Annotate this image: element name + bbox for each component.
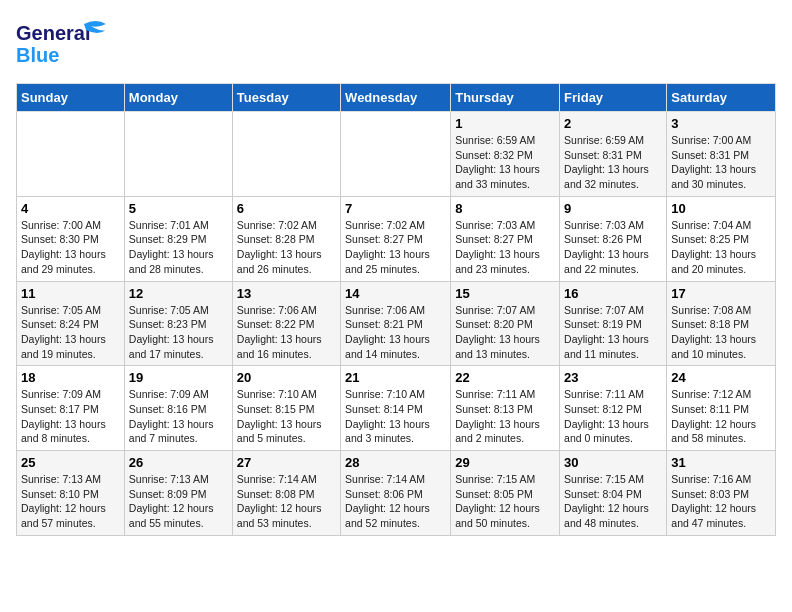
weekday-monday: Monday bbox=[124, 84, 232, 112]
day-number: 20 bbox=[237, 370, 336, 385]
calendar-cell: 8Sunrise: 7:03 AM Sunset: 8:27 PM Daylig… bbox=[451, 196, 560, 281]
calendar-cell bbox=[232, 112, 340, 197]
calendar-cell: 27Sunrise: 7:14 AM Sunset: 8:08 PM Dayli… bbox=[232, 451, 340, 536]
calendar-cell bbox=[17, 112, 125, 197]
day-info: Sunrise: 7:08 AM Sunset: 8:18 PM Dayligh… bbox=[671, 303, 771, 362]
calendar-cell: 15Sunrise: 7:07 AM Sunset: 8:20 PM Dayli… bbox=[451, 281, 560, 366]
calendar-cell bbox=[341, 112, 451, 197]
day-number: 5 bbox=[129, 201, 228, 216]
calendar-week-4: 25Sunrise: 7:13 AM Sunset: 8:10 PM Dayli… bbox=[17, 451, 776, 536]
calendar-cell: 5Sunrise: 7:01 AM Sunset: 8:29 PM Daylig… bbox=[124, 196, 232, 281]
day-number: 12 bbox=[129, 286, 228, 301]
day-number: 29 bbox=[455, 455, 555, 470]
day-info: Sunrise: 7:07 AM Sunset: 8:19 PM Dayligh… bbox=[564, 303, 662, 362]
day-info: Sunrise: 7:05 AM Sunset: 8:23 PM Dayligh… bbox=[129, 303, 228, 362]
calendar-cell: 6Sunrise: 7:02 AM Sunset: 8:28 PM Daylig… bbox=[232, 196, 340, 281]
calendar-cell: 2Sunrise: 6:59 AM Sunset: 8:31 PM Daylig… bbox=[560, 112, 667, 197]
day-info: Sunrise: 7:10 AM Sunset: 8:14 PM Dayligh… bbox=[345, 387, 446, 446]
day-info: Sunrise: 7:10 AM Sunset: 8:15 PM Dayligh… bbox=[237, 387, 336, 446]
day-info: Sunrise: 6:59 AM Sunset: 8:31 PM Dayligh… bbox=[564, 133, 662, 192]
day-info: Sunrise: 6:59 AM Sunset: 8:32 PM Dayligh… bbox=[455, 133, 555, 192]
day-info: Sunrise: 7:06 AM Sunset: 8:21 PM Dayligh… bbox=[345, 303, 446, 362]
calendar-cell: 12Sunrise: 7:05 AM Sunset: 8:23 PM Dayli… bbox=[124, 281, 232, 366]
day-number: 24 bbox=[671, 370, 771, 385]
calendar-cell: 14Sunrise: 7:06 AM Sunset: 8:21 PM Dayli… bbox=[341, 281, 451, 366]
day-info: Sunrise: 7:13 AM Sunset: 8:09 PM Dayligh… bbox=[129, 472, 228, 531]
day-info: Sunrise: 7:07 AM Sunset: 8:20 PM Dayligh… bbox=[455, 303, 555, 362]
day-number: 15 bbox=[455, 286, 555, 301]
svg-text:General: General bbox=[16, 22, 90, 44]
calendar-cell: 23Sunrise: 7:11 AM Sunset: 8:12 PM Dayli… bbox=[560, 366, 667, 451]
day-info: Sunrise: 7:15 AM Sunset: 8:05 PM Dayligh… bbox=[455, 472, 555, 531]
day-number: 2 bbox=[564, 116, 662, 131]
day-info: Sunrise: 7:00 AM Sunset: 8:31 PM Dayligh… bbox=[671, 133, 771, 192]
calendar-cell: 22Sunrise: 7:11 AM Sunset: 8:13 PM Dayli… bbox=[451, 366, 560, 451]
day-number: 9 bbox=[564, 201, 662, 216]
day-info: Sunrise: 7:15 AM Sunset: 8:04 PM Dayligh… bbox=[564, 472, 662, 531]
weekday-sunday: Sunday bbox=[17, 84, 125, 112]
day-info: Sunrise: 7:11 AM Sunset: 8:13 PM Dayligh… bbox=[455, 387, 555, 446]
weekday-tuesday: Tuesday bbox=[232, 84, 340, 112]
day-info: Sunrise: 7:03 AM Sunset: 8:27 PM Dayligh… bbox=[455, 218, 555, 277]
day-number: 23 bbox=[564, 370, 662, 385]
calendar-cell: 13Sunrise: 7:06 AM Sunset: 8:22 PM Dayli… bbox=[232, 281, 340, 366]
calendar-cell: 25Sunrise: 7:13 AM Sunset: 8:10 PM Dayli… bbox=[17, 451, 125, 536]
day-number: 27 bbox=[237, 455, 336, 470]
calendar-cell: 11Sunrise: 7:05 AM Sunset: 8:24 PM Dayli… bbox=[17, 281, 125, 366]
day-number: 13 bbox=[237, 286, 336, 301]
day-number: 1 bbox=[455, 116, 555, 131]
calendar-cell: 3Sunrise: 7:00 AM Sunset: 8:31 PM Daylig… bbox=[667, 112, 776, 197]
day-info: Sunrise: 7:00 AM Sunset: 8:30 PM Dayligh… bbox=[21, 218, 120, 277]
day-number: 10 bbox=[671, 201, 771, 216]
calendar-cell: 10Sunrise: 7:04 AM Sunset: 8:25 PM Dayli… bbox=[667, 196, 776, 281]
calendar-cell: 7Sunrise: 7:02 AM Sunset: 8:27 PM Daylig… bbox=[341, 196, 451, 281]
calendar-week-3: 18Sunrise: 7:09 AM Sunset: 8:17 PM Dayli… bbox=[17, 366, 776, 451]
day-number: 18 bbox=[21, 370, 120, 385]
calendar-week-1: 4Sunrise: 7:00 AM Sunset: 8:30 PM Daylig… bbox=[17, 196, 776, 281]
calendar-cell: 1Sunrise: 6:59 AM Sunset: 8:32 PM Daylig… bbox=[451, 112, 560, 197]
day-number: 22 bbox=[455, 370, 555, 385]
day-number: 4 bbox=[21, 201, 120, 216]
svg-text:Blue: Blue bbox=[16, 44, 59, 66]
calendar-cell: 24Sunrise: 7:12 AM Sunset: 8:11 PM Dayli… bbox=[667, 366, 776, 451]
calendar-cell: 18Sunrise: 7:09 AM Sunset: 8:17 PM Dayli… bbox=[17, 366, 125, 451]
day-number: 28 bbox=[345, 455, 446, 470]
day-info: Sunrise: 7:11 AM Sunset: 8:12 PM Dayligh… bbox=[564, 387, 662, 446]
calendar-cell: 26Sunrise: 7:13 AM Sunset: 8:09 PM Dayli… bbox=[124, 451, 232, 536]
day-info: Sunrise: 7:06 AM Sunset: 8:22 PM Dayligh… bbox=[237, 303, 336, 362]
calendar-cell: 4Sunrise: 7:00 AM Sunset: 8:30 PM Daylig… bbox=[17, 196, 125, 281]
day-info: Sunrise: 7:16 AM Sunset: 8:03 PM Dayligh… bbox=[671, 472, 771, 531]
day-number: 16 bbox=[564, 286, 662, 301]
day-info: Sunrise: 7:12 AM Sunset: 8:11 PM Dayligh… bbox=[671, 387, 771, 446]
day-number: 14 bbox=[345, 286, 446, 301]
calendar-cell: 16Sunrise: 7:07 AM Sunset: 8:19 PM Dayli… bbox=[560, 281, 667, 366]
day-info: Sunrise: 7:13 AM Sunset: 8:10 PM Dayligh… bbox=[21, 472, 120, 531]
calendar-cell: 17Sunrise: 7:08 AM Sunset: 8:18 PM Dayli… bbox=[667, 281, 776, 366]
weekday-thursday: Thursday bbox=[451, 84, 560, 112]
calendar-cell: 9Sunrise: 7:03 AM Sunset: 8:26 PM Daylig… bbox=[560, 196, 667, 281]
calendar-cell bbox=[124, 112, 232, 197]
day-number: 11 bbox=[21, 286, 120, 301]
calendar-table: SundayMondayTuesdayWednesdayThursdayFrid… bbox=[16, 83, 776, 536]
day-info: Sunrise: 7:02 AM Sunset: 8:27 PM Dayligh… bbox=[345, 218, 446, 277]
day-info: Sunrise: 7:14 AM Sunset: 8:06 PM Dayligh… bbox=[345, 472, 446, 531]
day-number: 8 bbox=[455, 201, 555, 216]
day-number: 3 bbox=[671, 116, 771, 131]
calendar-cell: 21Sunrise: 7:10 AM Sunset: 8:14 PM Dayli… bbox=[341, 366, 451, 451]
day-info: Sunrise: 7:03 AM Sunset: 8:26 PM Dayligh… bbox=[564, 218, 662, 277]
day-info: Sunrise: 7:02 AM Sunset: 8:28 PM Dayligh… bbox=[237, 218, 336, 277]
calendar-week-0: 1Sunrise: 6:59 AM Sunset: 8:32 PM Daylig… bbox=[17, 112, 776, 197]
day-info: Sunrise: 7:01 AM Sunset: 8:29 PM Dayligh… bbox=[129, 218, 228, 277]
calendar-cell: 28Sunrise: 7:14 AM Sunset: 8:06 PM Dayli… bbox=[341, 451, 451, 536]
weekday-wednesday: Wednesday bbox=[341, 84, 451, 112]
weekday-saturday: Saturday bbox=[667, 84, 776, 112]
calendar-cell: 29Sunrise: 7:15 AM Sunset: 8:05 PM Dayli… bbox=[451, 451, 560, 536]
calendar-cell: 19Sunrise: 7:09 AM Sunset: 8:16 PM Dayli… bbox=[124, 366, 232, 451]
day-number: 19 bbox=[129, 370, 228, 385]
weekday-friday: Friday bbox=[560, 84, 667, 112]
day-number: 30 bbox=[564, 455, 662, 470]
logo: General Blue bbox=[16, 16, 126, 71]
calendar-cell: 20Sunrise: 7:10 AM Sunset: 8:15 PM Dayli… bbox=[232, 366, 340, 451]
day-number: 6 bbox=[237, 201, 336, 216]
calendar-cell: 30Sunrise: 7:15 AM Sunset: 8:04 PM Dayli… bbox=[560, 451, 667, 536]
